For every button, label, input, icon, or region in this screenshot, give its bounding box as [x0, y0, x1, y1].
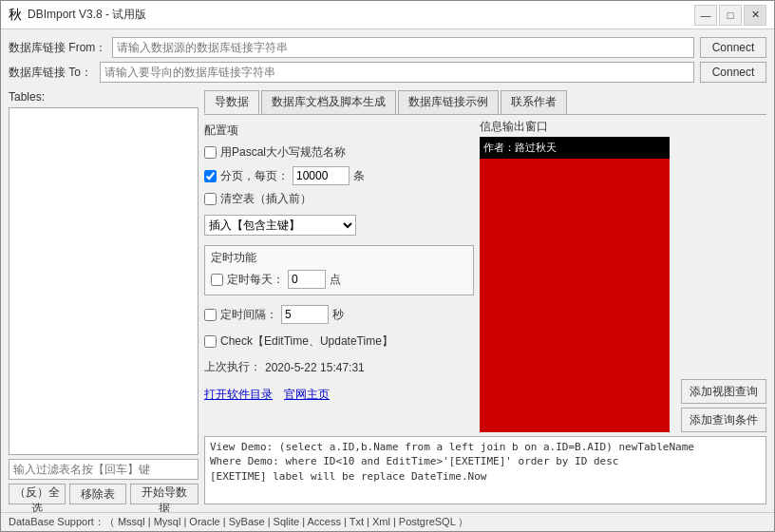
pascal-case-label: 用Pascal大小写规范名称: [220, 144, 346, 161]
official-site-button[interactable]: 官网主页: [284, 387, 330, 403]
tables-panel: Tables: （反）全选 移除表 开始导数据: [9, 90, 198, 504]
scheduled-section: 定时功能 定时每天： 点: [204, 245, 474, 295]
last-exec-value: 2020-5-22 15:47:31: [265, 361, 365, 374]
interval-label: 定时间隔：: [220, 307, 277, 323]
tab-examples[interactable]: 数据库链接示例: [398, 90, 499, 114]
remove-table-button[interactable]: 移除表: [69, 484, 126, 504]
pagination-value-input[interactable]: [293, 166, 350, 185]
tab-docs[interactable]: 数据库文档及脚本生成: [261, 90, 396, 114]
log-area: View Demo: (select a.ID,b.Name from a le…: [204, 436, 766, 504]
pascal-case-row: 用Pascal大小写规范名称: [204, 144, 474, 161]
check-edittime-checkbox[interactable]: [204, 335, 217, 348]
window-title: DBImport V3.8 - 试用版: [28, 7, 146, 23]
insert-select[interactable]: 插入【包含主键】 插入【不含主键】 更新插入: [204, 215, 356, 236]
last-exec-row: 上次执行： 2020-5-22 15:47:31: [204, 359, 474, 375]
right-panel: 导数据 数据库文档及脚本生成 数据库链接示例 联系作者 配置项 用Pascal大…: [204, 90, 766, 504]
config-panel: 配置项 用Pascal大小写规范名称 分页，每页： 条: [204, 119, 474, 432]
tab-contact[interactable]: 联系作者: [501, 90, 567, 114]
db-to-connect-button[interactable]: Connect: [700, 62, 766, 83]
scheduled-daily-checkbox[interactable]: [211, 274, 223, 286]
clear-table-checkbox[interactable]: [204, 193, 217, 205]
db-from-label: 数据库链接 From：: [9, 40, 106, 56]
filter-input[interactable]: [9, 459, 198, 480]
output-label: 信息输出窗口: [480, 119, 670, 135]
output-author-text: 作者：路过秋天: [480, 137, 670, 159]
add-view-query-button[interactable]: 添加视图查询: [681, 379, 766, 404]
maximize-button[interactable]: □: [719, 5, 742, 26]
close-button[interactable]: ✕: [744, 5, 766, 26]
app-icon: 秋: [9, 7, 22, 24]
scheduled-daily-label: 定时每天：: [227, 272, 284, 288]
interval-unit: 秒: [332, 307, 344, 323]
log-line-1: View Demo: (select a.ID,b.Name from a le…: [210, 440, 761, 454]
log-line-2: Where Demo: where ID<10 and EditTime>'[E…: [210, 454, 761, 468]
interval-checkbox[interactable]: [204, 309, 217, 321]
output-red-area: [480, 159, 670, 432]
output-panel: 信息输出窗口 作者：路过秋天: [480, 119, 670, 432]
tabs-row: 导数据 数据库文档及脚本生成 数据库链接示例 联系作者: [204, 90, 766, 115]
minimize-button[interactable]: —: [694, 5, 717, 26]
links-row: 打开软件目录 官网主页: [204, 387, 474, 403]
check-row: Check【EditTime、UpdateTime】: [204, 333, 474, 350]
scheduled-title: 定时功能: [211, 250, 467, 266]
db-to-row: 数据库链接 To： Connect: [9, 62, 766, 83]
action-buttons: 添加视图查询 添加查询条件: [681, 119, 766, 432]
open-dir-button[interactable]: 打开软件目录: [204, 387, 273, 403]
tab-content: 配置项 用Pascal大小写规范名称 分页，每页： 条: [204, 119, 766, 432]
clear-table-row: 清空表（插入前）: [204, 191, 474, 207]
bottom-bar: DataBase Support：（ Mssql | Mysql | Oracl…: [1, 512, 774, 531]
add-query-condition-button[interactable]: 添加查询条件: [681, 408, 766, 432]
db-to-label: 数据库链接 To：: [9, 65, 94, 81]
db-from-row: 数据库链接 From： Connect: [9, 37, 766, 58]
log-line-3: [EXETIME] label will be replace DateTime…: [210, 469, 761, 484]
scheduled-daily-unit: 点: [330, 272, 341, 288]
insert-row: 插入【包含主键】 插入【不含主键】 更新插入: [204, 215, 474, 236]
pagination-row: 分页，每页： 条: [204, 166, 474, 185]
titlebar: 秋 DBImport V3.8 - 试用版 — □ ✕: [1, 1, 774, 29]
tab-import[interactable]: 导数据: [204, 90, 259, 114]
pagination-label1: 分页，每页：: [220, 168, 289, 184]
scheduled-daily-row: 定时每天： 点: [211, 270, 467, 289]
select-all-button[interactable]: （反）全选: [9, 484, 66, 504]
tables-list[interactable]: [9, 107, 198, 455]
db-to-input[interactable]: [100, 62, 694, 83]
tables-label: Tables:: [9, 90, 198, 104]
check-edittime-label: Check【EditTime、UpdateTime】: [220, 333, 393, 350]
start-import-button[interactable]: 开始导数据: [130, 484, 198, 504]
database-support-text: DataBase Support：（ Mssql | Mysql | Oracl…: [9, 515, 468, 529]
pagination-checkbox[interactable]: [204, 170, 217, 182]
db-from-input[interactable]: [112, 37, 694, 58]
interval-row: 定时间隔： 秒: [204, 305, 474, 324]
last-exec-label: 上次执行：: [204, 359, 261, 375]
db-from-connect-button[interactable]: Connect: [700, 37, 766, 58]
pagination-label2: 条: [353, 168, 365, 184]
config-section-title: 配置项: [204, 123, 474, 139]
scheduled-daily-input[interactable]: [288, 270, 326, 289]
output-area: 作者：路过秋天: [480, 137, 670, 432]
pascal-case-checkbox[interactable]: [204, 146, 217, 159]
interval-input[interactable]: [281, 305, 329, 324]
clear-table-label: 清空表（插入前）: [220, 191, 312, 207]
